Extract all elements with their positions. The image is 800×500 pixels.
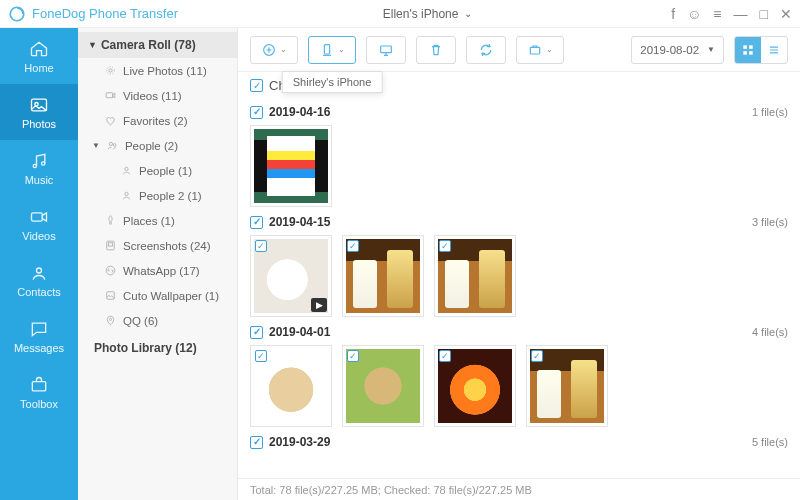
thumb-checkbox[interactable] — [439, 240, 451, 252]
sidebar-item-label: People 2 (1) — [139, 190, 202, 202]
minimize-icon[interactable]: — — [734, 6, 748, 22]
facebook-icon[interactable]: f — [671, 6, 675, 22]
album-icon — [104, 64, 117, 77]
svg-rect-24 — [530, 47, 539, 54]
sidebar-item[interactable]: ▼People (2) — [78, 133, 237, 158]
svg-point-9 — [107, 67, 115, 75]
photo-thumbnail[interactable] — [250, 125, 332, 207]
refresh-button[interactable] — [466, 36, 506, 64]
group-checkbox[interactable] — [250, 436, 263, 449]
album-icon — [104, 214, 117, 227]
more-tools-button[interactable]: ⌄ — [516, 36, 564, 64]
nav-contacts[interactable]: Contacts — [0, 252, 78, 308]
svg-rect-23 — [381, 46, 392, 53]
svg-point-20 — [109, 318, 111, 320]
group-checkbox[interactable] — [250, 216, 263, 229]
nav-photos[interactable]: Photos — [0, 84, 78, 140]
group-date: 2019-04-16 — [269, 105, 330, 119]
menu-icon[interactable]: ≡ — [713, 6, 721, 22]
sidebar-item[interactable]: People (1) — [78, 158, 237, 183]
grid-view-button[interactable] — [735, 37, 761, 63]
svg-rect-5 — [32, 212, 43, 220]
photo-thumbnail[interactable] — [342, 235, 424, 317]
date-group-header[interactable]: 2019-04-161 file(s) — [250, 97, 788, 125]
album-icon — [104, 114, 117, 127]
export-to-device-button[interactable]: ⌄ Shirley's iPhone — [308, 36, 356, 64]
svg-point-11 — [109, 142, 112, 145]
sidebar-item[interactable]: Cuto Wallpaper (1) — [78, 283, 237, 308]
date-group-header[interactable]: 2019-04-014 file(s) — [250, 317, 788, 345]
toolbar: ⌄ ⌄ Shirley's iPhone ⌄ 2019-08-02 ▼ — [238, 28, 800, 72]
sidebar-item[interactable]: Videos (11) — [78, 83, 237, 108]
photo-thumbnail[interactable] — [434, 235, 516, 317]
photo-thumbnail[interactable] — [250, 345, 332, 427]
sidebar-item[interactable]: WhatsApp (17) — [78, 258, 237, 283]
photo-scroll-area[interactable]: 2019-04-161 file(s)2019-04-153 file(s)▶2… — [238, 97, 800, 478]
svg-point-6 — [37, 268, 42, 273]
thumb-checkbox[interactable] — [347, 350, 359, 362]
status-text: Total: 78 file(s)/227.25 MB; Checked: 78… — [250, 484, 532, 496]
date-group-header[interactable]: 2019-03-295 file(s) — [250, 427, 788, 455]
date-filter[interactable]: 2019-08-02 ▼ — [631, 36, 724, 64]
sidebar-item[interactable]: Favorites (2) — [78, 108, 237, 133]
photo-thumbnail[interactable] — [434, 345, 516, 427]
thumb-checkbox[interactable] — [347, 240, 359, 252]
album-icon — [106, 139, 119, 152]
thumb-row — [250, 125, 788, 207]
thumb-checkbox[interactable] — [255, 350, 267, 362]
feedback-icon[interactable]: ☺ — [687, 6, 701, 22]
nav-music[interactable]: Music — [0, 140, 78, 196]
thumb-checkbox[interactable] — [531, 350, 543, 362]
photo-thumbnail[interactable] — [342, 345, 424, 427]
add-button[interactable]: ⌄ — [250, 36, 298, 64]
device-selector[interactable]: Ellen's iPhone ⌄ — [377, 7, 473, 21]
group-checkbox[interactable] — [250, 326, 263, 339]
nav-toolbox[interactable]: Toolbox — [0, 364, 78, 420]
content-pane: ⌄ ⌄ Shirley's iPhone ⌄ 2019-08-02 ▼ Chec… — [238, 28, 800, 500]
svg-point-14 — [125, 192, 128, 195]
group-count: 1 file(s) — [752, 106, 788, 118]
sidebar-item-label: People (1) — [139, 165, 192, 177]
sidebar-item[interactable]: People 2 (1) — [78, 183, 237, 208]
app-logo-icon — [8, 5, 26, 23]
sidebar-item[interactable]: Live Photos (11) — [78, 58, 237, 83]
thumb-row: ▶ — [250, 235, 788, 317]
photo-thumbnail[interactable]: ▶ — [250, 235, 332, 317]
sidebar-camera-roll[interactable]: ▼ Camera Roll (78) — [78, 32, 237, 58]
close-icon[interactable]: ✕ — [780, 6, 792, 22]
nav-label: Contacts — [17, 286, 60, 298]
nav-messages[interactable]: Messages — [0, 308, 78, 364]
svg-point-13 — [125, 167, 128, 170]
nav-home[interactable]: Home — [0, 28, 78, 84]
nav-label: Toolbox — [20, 398, 58, 410]
group-date: 2019-03-29 — [269, 435, 330, 449]
check-all-checkbox[interactable] — [250, 79, 263, 92]
svg-rect-22 — [324, 44, 329, 53]
sidebar-photo-library[interactable]: Photo Library (12) — [78, 333, 237, 361]
sidebar-item-label: Places (1) — [123, 215, 175, 227]
group-date: 2019-04-15 — [269, 215, 330, 229]
sidebar-item[interactable]: QQ (6) — [78, 308, 237, 333]
tooltip: Shirley's iPhone — [282, 71, 383, 93]
svg-rect-10 — [106, 93, 113, 98]
album-icon — [120, 164, 133, 177]
list-view-button[interactable] — [761, 37, 787, 63]
date-value: 2019-08-02 — [640, 44, 699, 56]
group-count: 3 file(s) — [752, 216, 788, 228]
sidebar-item[interactable]: Screenshots (24) — [78, 233, 237, 258]
maximize-icon[interactable]: □ — [760, 6, 768, 22]
photo-thumbnail[interactable] — [526, 345, 608, 427]
thumb-checkbox[interactable] — [255, 240, 267, 252]
svg-rect-7 — [32, 381, 45, 390]
sidebar-label: Camera Roll (78) — [101, 38, 196, 52]
sidebar-item[interactable]: Places (1) — [78, 208, 237, 233]
nav-videos[interactable]: Videos — [0, 196, 78, 252]
svg-rect-27 — [743, 51, 747, 55]
export-to-pc-button[interactable] — [366, 36, 406, 64]
delete-button[interactable] — [416, 36, 456, 64]
thumb-checkbox[interactable] — [439, 350, 451, 362]
svg-rect-17 — [108, 243, 112, 246]
date-group-header[interactable]: 2019-04-153 file(s) — [250, 207, 788, 235]
device-name: Ellen's iPhone — [383, 7, 459, 21]
group-checkbox[interactable] — [250, 106, 263, 119]
